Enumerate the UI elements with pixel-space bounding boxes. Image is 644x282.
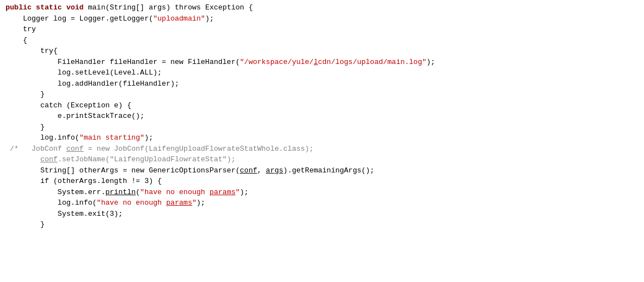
- code-token: }: [6, 219, 44, 230]
- code-line: public static void main(String[] args) t…: [6, 2, 638, 13]
- code-token: );: [145, 132, 153, 144]
- code-token: cdn: [318, 57, 331, 68]
- code-token: /logs/upload/main.log": [331, 57, 427, 68]
- code-line: catch (Exception e) {: [6, 100, 638, 111]
- code-token: "uploadmain": [153, 13, 205, 24]
- code-token: params: [166, 197, 192, 209]
- code-token: (: [136, 187, 140, 198]
- code-token: main: [88, 2, 105, 13]
- code-line: try: [6, 24, 638, 35]
- code-token: log.info(: [6, 197, 97, 209]
- code-line: {: [6, 35, 638, 46]
- code-line: String[] otherArgs = new GenericOptionsP…: [6, 165, 638, 176]
- code-line: }: [6, 219, 638, 230]
- code-token: ).getRemainingArgs();: [283, 165, 374, 176]
- code-token: (String[]: [105, 2, 148, 13]
- code-line: System.exit(3);: [6, 209, 638, 220]
- code-token: "have no enough: [97, 197, 166, 209]
- code-token: catch (Exception e) {: [6, 100, 131, 111]
- code-token: String[] otherArgs = new GenericOptionsP…: [6, 165, 240, 176]
- code-token: if (otherArgs.length != 3) {: [6, 176, 162, 187]
- code-token: ,: [257, 165, 266, 176]
- code-token: = new JobConf(LaifengUploadFlowrateStatW…: [83, 144, 313, 155]
- code-token: );: [427, 57, 435, 68]
- code-line: log.setLevel(Level.ALL);: [6, 67, 638, 78]
- code-token: Logger log = Logger.getLogger(: [6, 13, 153, 24]
- code-line: e.printStackTrace();: [6, 111, 638, 122]
- code-token: try{: [6, 46, 58, 57]
- code-line: Logger log = Logger.getLogger("uploadmai…: [6, 13, 638, 24]
- code-token: println: [105, 187, 136, 198]
- code-token: {: [6, 35, 27, 46]
- code-token: .setJobName(: [58, 154, 110, 165]
- code-line: }: [6, 122, 638, 133]
- code-token: "LaifengUploadFlowrateStat": [110, 154, 227, 165]
- code-token: log.info(: [6, 132, 80, 144]
- code-token: args: [266, 165, 283, 176]
- code-token: try: [6, 24, 36, 35]
- code-token: ) throws Exception {: [166, 2, 253, 13]
- code-token: log.addHandler(fileHandler);: [6, 78, 179, 90]
- code-token: "/workspace/yule/: [240, 57, 314, 68]
- code-token: /* JobConf: [6, 144, 66, 155]
- code-token: e.printStackTrace();: [6, 111, 145, 122]
- code-token: ": [192, 197, 196, 209]
- code-token: "main starting": [80, 132, 145, 144]
- code-block: public static void main(String[] args) t…: [0, 0, 644, 282]
- code-token: conf: [40, 154, 57, 165]
- code-token: params: [210, 187, 236, 198]
- code-token: l: [314, 57, 318, 68]
- code-line: try{: [6, 46, 638, 57]
- code-token: );: [205, 13, 214, 24]
- code-token: log.setLevel(Level.ALL);: [6, 67, 162, 78]
- code-token: System.exit(3);: [6, 209, 123, 220]
- code-line: System.err.println("have no enough param…: [6, 187, 638, 198]
- code-token: FileHandler fileHandler = new FileHandle…: [6, 57, 240, 68]
- code-token: conf: [240, 165, 257, 176]
- code-token: );: [240, 187, 249, 198]
- code-line: FileHandler fileHandler = new FileHandle…: [6, 57, 638, 68]
- code-line: log.info("have no enough params");: [6, 197, 638, 209]
- code-token: ": [236, 187, 240, 198]
- code-line: if (otherArgs.length != 3) {: [6, 176, 638, 187]
- code-token: args: [148, 2, 166, 13]
- code-line: log.info("main starting");: [6, 132, 638, 144]
- code-line: conf.setJobName("LaifengUploadFlowrateSt…: [6, 154, 638, 165]
- code-token: public static void: [6, 2, 88, 13]
- code-token: conf: [66, 144, 83, 155]
- code-token: );: [227, 154, 236, 165]
- code-token: }: [6, 122, 44, 133]
- code-token: [6, 154, 40, 165]
- code-line: /* JobConf conf = new JobConf(LaifengUpl…: [6, 144, 638, 155]
- code-line: }: [6, 89, 638, 100]
- code-token: );: [196, 197, 205, 209]
- code-token: System.err.: [6, 187, 105, 198]
- code-token: }: [6, 89, 44, 100]
- code-token: "have no enough: [140, 187, 210, 198]
- code-line: log.addHandler(fileHandler);: [6, 78, 638, 90]
